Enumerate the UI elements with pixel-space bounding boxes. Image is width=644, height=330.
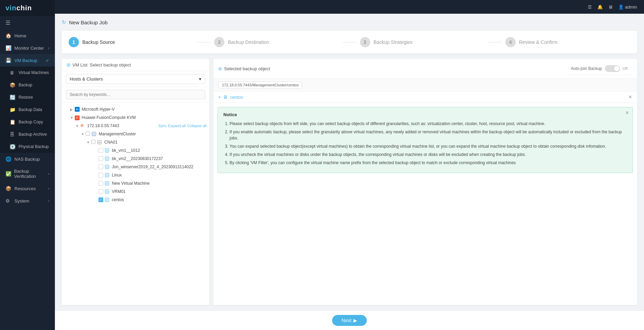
sidebar-item-backup-archive[interactable]: 🗄 Backup Archive xyxy=(0,128,55,140)
sidebar: vinchin ☰ 🏠 Home 📊 Monitor Center › 💾 VM… xyxy=(0,0,55,330)
sidebar-item-system[interactable]: ⚙ System › xyxy=(0,195,55,207)
collapse-all-btn[interactable]: Collapse all xyxy=(187,124,207,128)
sidebar-item-vm-backup[interactable]: 💾 VM Backup ✓ xyxy=(0,54,55,66)
wizard-step-4[interactable]: 4 Review & Confirm xyxy=(505,31,630,53)
notice-box: Notice ✕ Please select backup objects fr… xyxy=(218,107,633,173)
notice-item-3: You can expand selected backup object(ex… xyxy=(230,143,627,149)
vm-icon: V xyxy=(105,156,110,161)
sidebar-item-resources[interactable]: 📦 Resources › xyxy=(0,182,55,195)
path-tooltip-bar: 172.18.0.55:7443/ManagementCluster/cento… xyxy=(213,79,637,91)
display-icon[interactable]: 🖥 xyxy=(608,4,613,10)
vm-selected-icon: 🖥 xyxy=(223,94,228,100)
left-panel-title: VM List: Select backup object xyxy=(72,62,131,68)
vm-checkbox-bk-vm1[interactable] xyxy=(98,148,103,153)
tree-node-bk-vm2[interactable]: ▶ V bk_vm2__20230830172237 xyxy=(62,155,209,163)
wizard-step-3[interactable]: 3 Backup Strategies xyxy=(360,31,485,53)
bottom-bar: Next ▶ xyxy=(55,310,644,330)
sidebar-toggle[interactable]: ☰ xyxy=(0,16,55,29)
monitor-icon: 📊 xyxy=(5,45,12,51)
user-avatar-icon: 👤 xyxy=(618,4,624,10)
chevron-right-icon: › xyxy=(48,199,49,203)
auto-join-label: Auto-join Backup xyxy=(571,66,602,71)
selected-icon: ⊛ xyxy=(218,66,222,71)
sidebar-item-backup-verification[interactable]: ✅ Backup Verification › xyxy=(0,165,55,182)
backup-archive-icon: 🗄 xyxy=(10,132,16,137)
tree-node-mgmt-cluster[interactable]: ▼ C ManagementCluster xyxy=(62,130,209,138)
sidebar-item-monitor[interactable]: 📊 Monitor Center › xyxy=(0,42,55,54)
chevron-down-icon: ▾ xyxy=(199,76,201,82)
tree-node-ip172[interactable]: ▼ ⊕ 172.18.0.55:7443 Sync Expand all Col… xyxy=(62,122,209,130)
tree-node-linux[interactable]: ▶ V Linux xyxy=(62,171,209,179)
wizard-step-2[interactable]: 2 Backup Destination xyxy=(214,31,339,53)
expand-icon[interactable]: ▼ xyxy=(86,140,91,144)
next-button[interactable]: Next ▶ xyxy=(332,315,367,326)
search-input[interactable] xyxy=(66,90,205,99)
sidebar-item-backup-data[interactable]: 📁 Backup Data xyxy=(0,103,55,116)
sidebar-item-label: Backup Data xyxy=(19,107,42,112)
tree-node-huawei[interactable]: ▼ H Huawei FusionCompute KVM xyxy=(62,113,209,122)
page-content: ↻ New Backup Job 1 Backup Source 2 Backu… xyxy=(55,14,644,310)
step-label-2: Backup Destination xyxy=(228,39,269,45)
notice-close-btn[interactable]: ✕ xyxy=(625,110,629,115)
vm-checkbox-jon[interactable] xyxy=(98,164,103,169)
expand-icon[interactable]: ▶ xyxy=(70,108,75,111)
partial-checkbox xyxy=(91,140,96,145)
step-divider-1 xyxy=(197,42,211,42)
vm-checkbox-linux[interactable] xyxy=(98,173,103,178)
server-icon: ⊕ xyxy=(80,123,86,129)
notice-list: Please select backup objects from left s… xyxy=(223,121,627,166)
tree-node-new-vm[interactable]: ▶ V New Virtual Machine xyxy=(62,179,209,187)
notice-item-5: By clicking 'VM Filter', you can configu… xyxy=(230,160,627,166)
user-menu[interactable]: 👤 admin xyxy=(618,4,637,10)
expand-all-btn[interactable]: Expand all xyxy=(168,124,186,128)
expand-icon[interactable]: ▼ xyxy=(70,116,75,120)
expand-icon[interactable]: ▼ xyxy=(75,124,80,128)
resources-icon: 📦 xyxy=(5,186,12,191)
tree-node-cna01[interactable]: ▼ H CNA01 xyxy=(62,138,209,146)
view-dropdown[interactable]: Hosts & Clusters ▾ xyxy=(66,74,205,84)
tree-node-bk-vm1[interactable]: ▶ V bk_vm1__1012 xyxy=(62,146,209,155)
sync-btn[interactable]: Sync xyxy=(158,124,166,128)
tree-node-ms-hyperv[interactable]: ▶ M Microsoft Hyper-V xyxy=(62,105,209,113)
vm-icon: V xyxy=(105,148,110,153)
sidebar-item-backup-copy[interactable]: 📋 Backup Copy xyxy=(0,116,55,128)
vm-checkbox-vrm01[interactable] xyxy=(98,189,103,194)
auto-join-toggle[interactable] xyxy=(605,65,620,72)
restore-icon: 🔄 xyxy=(10,95,16,100)
toggle-state-label: Off xyxy=(623,66,628,71)
notice-item-1: Please select backup objects from left s… xyxy=(230,121,627,127)
left-panel-header: ⊞ VM List: Select backup object xyxy=(62,59,209,71)
messages-icon[interactable]: ☰ xyxy=(588,4,592,10)
topbar: ☰ 🔔 🖥 👤 admin xyxy=(55,0,644,14)
sidebar-item-physical-backup[interactable]: 💽 Physical Backup xyxy=(0,140,55,153)
sidebar-item-backup[interactable]: 📦 Backup xyxy=(0,79,55,91)
chevron-right-icon: › xyxy=(48,46,49,50)
wizard-step-1[interactable]: 1 Backup Source xyxy=(69,31,194,53)
sidebar-item-label: Restore xyxy=(19,95,33,100)
refresh-icon[interactable]: ↻ xyxy=(62,19,66,25)
sidebar-item-virtual-machines[interactable]: 🖥 Virtual Machines xyxy=(0,66,55,79)
vm-backup-icon: 💾 xyxy=(5,58,12,63)
notifications-icon[interactable]: 🔔 xyxy=(597,4,603,10)
tree-node-centos[interactable]: ▶ ✓ V centos xyxy=(62,196,209,204)
step-divider-3 xyxy=(488,42,502,42)
tree-node-jon-vm[interactable]: ▶ V Jon_winserver2019_22_4_2023091311402… xyxy=(62,163,209,171)
filter-bar: Hosts & Clusters ▾ xyxy=(62,71,209,87)
vm-checkbox-new-vm[interactable] xyxy=(98,181,103,186)
vm-checkbox-centos[interactable]: ✓ xyxy=(98,197,103,202)
sidebar-submenu-vm: 🖥 Virtual Machines 📦 Backup 🔄 Restore 📁 … xyxy=(0,66,55,153)
vm-list-icon: ⊞ xyxy=(67,62,70,68)
tree-node-vrm01[interactable]: ▶ V VRM01 xyxy=(62,187,209,196)
sidebar-item-label: VM Backup xyxy=(14,58,37,63)
sidebar-item-home[interactable]: 🏠 Home xyxy=(0,29,55,42)
sidebar-item-nas-backup[interactable]: 🌐 NAS Backup xyxy=(0,153,55,165)
logo: vinchin xyxy=(0,0,55,16)
home-icon: 🏠 xyxy=(5,33,12,38)
vm-checkbox-bk-vm2[interactable] xyxy=(98,156,103,161)
wizard-steps: 1 Backup Source 2 Backup Destination 3 B… xyxy=(62,31,637,53)
sidebar-item-restore[interactable]: 🔄 Restore xyxy=(0,91,55,103)
hyperv-icon: M xyxy=(75,107,80,112)
sidebar-item-label: System xyxy=(14,198,29,204)
remove-selected-icon[interactable]: ✕ xyxy=(628,94,632,100)
expand-icon[interactable]: ▼ xyxy=(81,132,86,136)
